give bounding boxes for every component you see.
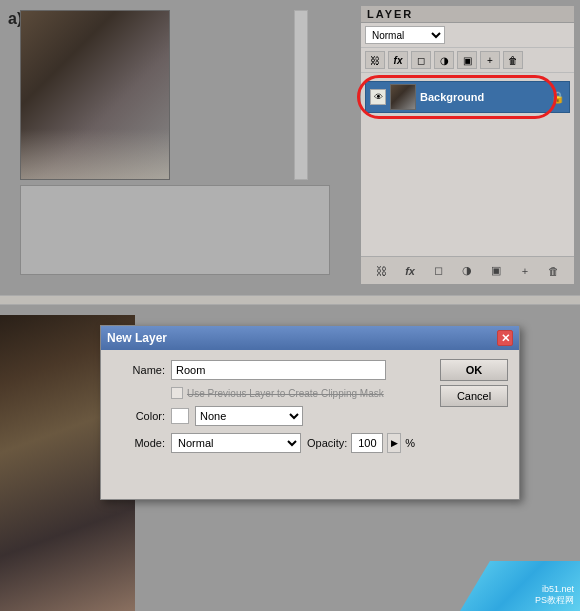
dialog-titlebar: New Layer ✕ <box>101 326 519 350</box>
fx-icon[interactable]: fx <box>401 262 419 280</box>
link-layers-btn[interactable]: ⛓ <box>365 51 385 69</box>
layer-visibility-eye[interactable]: 👁 <box>370 89 386 105</box>
mode-label: Mode: <box>113 437 165 449</box>
dialog-title: New Layer <box>107 331 167 345</box>
mode-select[interactable]: Normal <box>171 433 301 453</box>
opacity-input[interactable] <box>351 433 383 453</box>
watermark-line1: ib51.net <box>542 584 574 594</box>
layer-name: Background <box>420 91 547 103</box>
fx-btn[interactable]: fx <box>388 51 408 69</box>
dialog-color-row: Color: None <box>113 406 507 426</box>
ok-button[interactable]: OK <box>440 359 508 381</box>
section-divider <box>0 295 580 305</box>
link-icon[interactable]: ⛓ <box>372 262 390 280</box>
layer-panel-title: LAYER <box>361 6 574 23</box>
layer-panel: LAYER Normal ⛓ fx ◻ ◑ ▣ + 🗑 👁 Background… <box>360 5 575 285</box>
mask-icon[interactable]: ◻ <box>430 262 448 280</box>
layer-thumbnail <box>390 84 416 110</box>
dialog-close-button[interactable]: ✕ <box>497 330 513 346</box>
watermark: ib51.net PS教程网 <box>460 561 580 611</box>
background-layer-row[interactable]: 👁 Background 🔒 <box>365 81 570 113</box>
canvas-a <box>20 10 170 180</box>
layer-panel-bottom-toolbar: ⛓ fx ◻ ◑ ▣ + 🗑 <box>361 256 574 284</box>
watermark-line2: PS教程网 <box>535 595 574 605</box>
layer-lock-icon: 🔒 <box>551 91 565 104</box>
new-layer-dialog: New Layer ✕ Name: Use Previous Layer to … <box>100 325 520 500</box>
color-swatch <box>171 408 189 424</box>
name-input[interactable] <box>171 360 386 380</box>
clipping-mask-checkbox[interactable] <box>171 387 183 399</box>
section-a: a) LAYER Normal ⛓ fx ◻ ◑ ▣ + 🗑 👁 <box>0 0 580 295</box>
name-label: Name: <box>113 364 165 376</box>
adjustment-btn[interactable]: ◑ <box>434 51 454 69</box>
opacity-row: Opacity: ▶ % <box>307 433 415 453</box>
circle-icon[interactable]: ◑ <box>458 262 476 280</box>
layer-panel-toolbar: ⛓ fx ◻ ◑ ▣ + 🗑 <box>361 48 574 73</box>
new-icon[interactable]: + <box>516 262 534 280</box>
canvas-a-image <box>21 11 169 179</box>
canvas-a-gray-area <box>20 185 330 275</box>
clipping-mask-label: Use Previous Layer to Create Clipping Ma… <box>187 388 384 399</box>
delete-layer-btn[interactable]: 🗑 <box>503 51 523 69</box>
new-layer-btn[interactable]: + <box>480 51 500 69</box>
color-label: Color: <box>113 410 165 422</box>
section-b: b) New Layer ✕ Name: Use Previo <box>0 305 580 611</box>
group-btn[interactable]: ▣ <box>457 51 477 69</box>
dialog-mode-opacity-row: Mode: Normal Opacity: ▶ % <box>113 433 507 453</box>
scrollbar-vertical-a[interactable] <box>294 10 308 180</box>
layer-panel-mode-bar: Normal <box>361 23 574 48</box>
folder-icon[interactable]: ▣ <box>487 262 505 280</box>
dialog-container: New Layer ✕ Name: Use Previous Layer to … <box>100 325 520 500</box>
watermark-text: ib51.net PS教程网 <box>535 584 574 607</box>
opacity-label: Opacity: <box>307 437 347 449</box>
trash-icon[interactable]: 🗑 <box>545 262 563 280</box>
opacity-percent: % <box>405 437 415 449</box>
layer-row-wrapper: 👁 Background 🔒 <box>365 81 570 113</box>
add-mask-btn[interactable]: ◻ <box>411 51 431 69</box>
color-select[interactable]: None <box>195 406 303 426</box>
opacity-arrow-btn[interactable]: ▶ <box>387 433 401 453</box>
layer-mode-dropdown[interactable]: Normal <box>365 26 445 44</box>
cancel-button[interactable]: Cancel <box>440 385 508 407</box>
